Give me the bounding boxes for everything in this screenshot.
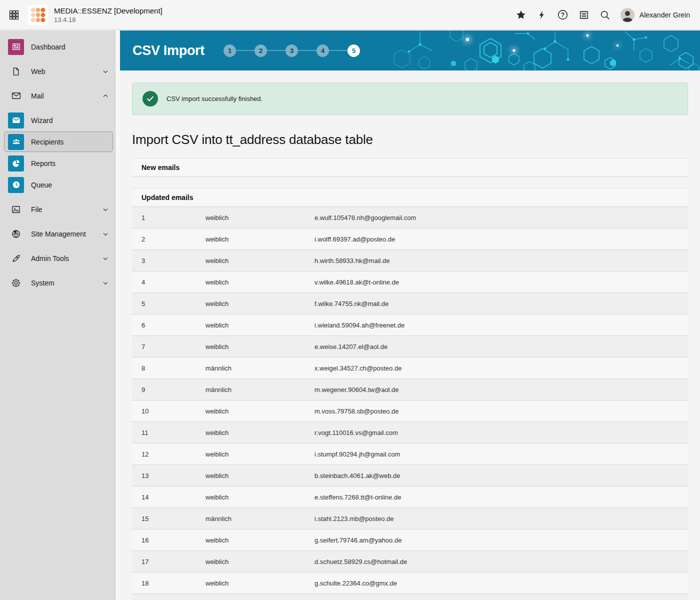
user-avatar — [620, 8, 634, 22]
sidebar-item-web[interactable]: Web — [4, 61, 113, 82]
table-row: 13 weiblich b.steinbach.4061.ak@web.de — [132, 465, 688, 486]
user-menu[interactable]: Alexander Grein — [620, 8, 690, 22]
row-gender: weiblich — [206, 214, 314, 222]
sidebar-item-wizard[interactable]: Wizard — [4, 110, 113, 130]
row-email: v.wilke.49618.ak@t-online.de — [314, 278, 688, 286]
success-message-text: CSV import successfully finished. — [166, 95, 262, 102]
row-gender: weiblich — [206, 429, 314, 436]
sidebar-item-recipients[interactable]: Recipients — [4, 132, 113, 152]
module-menu-button[interactable] — [0, 0, 28, 30]
sidebar-label-file: File — [31, 206, 42, 214]
chevron-up-icon — [102, 92, 110, 100]
table-row: 5 weiblich f.wilke.74755.nk@mail.de — [132, 293, 688, 314]
step-5: 5 — [348, 44, 360, 57]
table-row: 12 weiblich i.stumpf.90294.jh@gmail.com — [132, 444, 688, 465]
row-number: 6 — [142, 322, 206, 329]
queue-clock-icon — [8, 177, 24, 193]
table-row: 6 weiblich i.wieland.59094.ah@freenet.de — [132, 314, 688, 336]
row-number: 2 — [142, 236, 206, 243]
row-gender: männlich — [206, 386, 314, 394]
sidebar-item-system[interactable]: System — [4, 272, 113, 293]
sidebar-label-recipients: Recipients — [31, 138, 64, 146]
row-number: 1 — [142, 214, 206, 222]
module-grid-icon — [8, 9, 20, 21]
row-number: 12 — [142, 450, 206, 458]
row-email: i.wieland.59094.ah@freenet.de — [314, 322, 688, 329]
new-emails-header: New emails — [132, 158, 688, 177]
step-connector — [329, 50, 348, 51]
table-row: 19 männlich i.schramm.7393.hf@mail.de — [132, 594, 688, 600]
success-message: CSV import successfully finished. — [132, 82, 688, 115]
row-number: 18 — [142, 580, 206, 587]
chevron-down-icon — [102, 279, 110, 287]
system-information-button[interactable] — [576, 6, 592, 24]
row-gender: weiblich — [206, 278, 314, 286]
reports-piechart-icon — [8, 156, 24, 172]
table-row: 8 männlich x.weigel.34527.ch@posteo.de — [132, 358, 688, 379]
updated-emails-section: Updated emails 1 weiblich e.wulf.105478.… — [132, 188, 688, 600]
sidebar-label-system: System — [31, 279, 54, 287]
mediaessenz-logo-icon — [28, 5, 48, 25]
envelope-outline-icon — [8, 90, 24, 101]
sidebar-item-admin-tools[interactable]: Admin Tools — [4, 248, 113, 268]
gear-icon — [8, 278, 24, 288]
row-email: e.weise.14207.el@aol.de — [314, 343, 688, 350]
help-button[interactable]: ? — [554, 6, 572, 24]
row-number: 8 — [142, 364, 206, 372]
module-header: CSV Import 12345 — [120, 30, 700, 70]
step-3: 3 — [286, 44, 298, 57]
sidebar-item-dashboard[interactable]: Dashboard — [4, 36, 113, 57]
sidebar-label-mail: Mail — [31, 92, 44, 100]
bookmarks-button[interactable] — [512, 6, 530, 24]
sidebar-item-queue[interactable]: Queue — [4, 174, 113, 195]
table-row: 16 weiblich g.seifert.79746.am@yahoo.de — [132, 530, 688, 551]
row-number: 14 — [142, 494, 206, 501]
step-connector — [267, 50, 286, 51]
table-row: 10 weiblich m.voss.79758.sb@posteo.de — [132, 400, 688, 422]
row-email: i.stahl.2123.mb@posteo.de — [314, 515, 688, 522]
rocket-icon — [8, 254, 24, 264]
sidebar: Dashboard Web Mail Wizard — [0, 30, 120, 600]
row-gender: weiblich — [206, 300, 314, 308]
chevron-down-icon — [102, 230, 110, 238]
row-gender: weiblich — [206, 558, 314, 566]
row-number: 11 — [142, 429, 206, 436]
table-row: 15 männlich i.stahl.2123.mb@posteo.de — [132, 508, 688, 530]
sidebar-item-site-management[interactable]: Site Management — [4, 224, 113, 244]
step-connector — [298, 50, 316, 51]
sidebar-item-reports[interactable]: Reports — [4, 153, 113, 174]
row-email: i.wolff.69397.ad@posteo.de — [314, 236, 688, 243]
sidebar-item-file[interactable]: File — [4, 199, 113, 220]
step-connector — [236, 50, 254, 51]
table-row: 7 weiblich e.weise.14207.el@aol.de — [132, 336, 688, 358]
row-number: 17 — [142, 558, 206, 566]
table-row: 17 weiblich d.schuetz.58929.cs@hotmail.d… — [132, 551, 688, 572]
row-email: m.wegener.90604.tw@aol.de — [314, 386, 688, 394]
row-email: g.schulte.22364.co@gmx.de — [314, 580, 688, 587]
table-row: 4 weiblich v.wilke.49618.ak@t-online.de — [132, 272, 688, 293]
sidebar-item-mail[interactable]: Mail — [4, 86, 113, 106]
sidebar-label-dashboard: Dashboard — [31, 43, 66, 51]
page-title: CSV Import — [132, 43, 204, 58]
table-row: 14 weiblich e.steffens.7268.tt@t-online.… — [132, 486, 688, 508]
sidebar-label-web: Web — [31, 68, 46, 76]
content-heading: Import CSV into tt_address database tabl… — [132, 132, 688, 148]
row-email: e.wulf.105478.nh@googlemail.com — [314, 214, 688, 222]
chevron-down-icon — [102, 68, 110, 76]
user-name: Alexander Grein — [640, 11, 690, 19]
chevron-down-icon — [102, 206, 110, 214]
search-button[interactable] — [596, 6, 614, 24]
row-gender: weiblich — [206, 580, 314, 587]
table-row: 9 männlich m.wegener.90604.tw@aol.de — [132, 379, 688, 400]
row-number: 9 — [142, 386, 206, 394]
step-2: 2 — [254, 44, 267, 57]
clear-cache-button[interactable] — [534, 6, 550, 24]
row-email: h.wirth.58933.hk@mail.de — [314, 257, 688, 264]
row-email: b.steinbach.4061.ak@web.de — [314, 472, 688, 480]
search-icon — [600, 10, 610, 20]
brand[interactable]: MEDIA::ESSENZ [Development] 13.4.18 — [28, 5, 162, 25]
app-title: MEDIA::ESSENZ [Development] — [54, 6, 162, 15]
row-number: 3 — [142, 257, 206, 264]
sidebar-label-queue: Queue — [31, 181, 52, 189]
sidebar-label-admin-tools: Admin Tools — [31, 254, 69, 262]
